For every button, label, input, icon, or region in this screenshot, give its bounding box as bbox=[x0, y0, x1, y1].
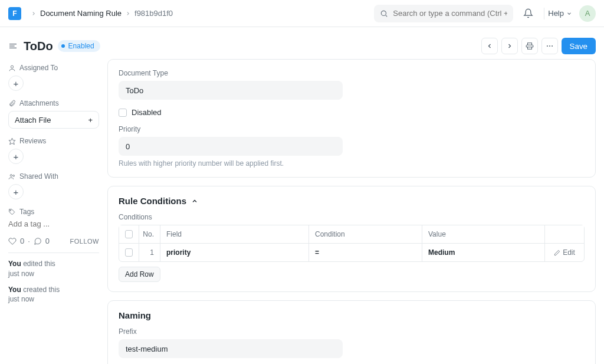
column-condition: Condition bbox=[309, 225, 422, 243]
svg-point-12 bbox=[10, 174, 12, 176]
conditions-card: Rule Conditions Conditions No. Field Con… bbox=[107, 186, 596, 292]
more-button[interactable] bbox=[541, 38, 558, 54]
chevron-down-icon bbox=[566, 11, 572, 17]
svg-point-10 bbox=[11, 65, 13, 68]
svg-line-1 bbox=[386, 15, 387, 16]
follow-button[interactable]: FOLLOW bbox=[70, 238, 99, 245]
svg-point-9 bbox=[552, 45, 553, 47]
select-all-checkbox[interactable] bbox=[125, 230, 133, 238]
users-icon bbox=[8, 173, 16, 181]
help-label: Help bbox=[548, 9, 564, 18]
tag-icon bbox=[8, 208, 16, 216]
next-button[interactable] bbox=[501, 38, 518, 54]
row-checkbox[interactable] bbox=[125, 248, 133, 257]
priority-label: Priority bbox=[119, 125, 585, 133]
pencil-icon bbox=[554, 250, 560, 256]
conditions-table: No. Field Condition Value 1 priority = M… bbox=[119, 225, 585, 262]
save-button[interactable]: Save bbox=[562, 38, 596, 54]
svg-point-13 bbox=[13, 175, 15, 176]
add-assignee-button[interactable]: + bbox=[8, 76, 24, 91]
search-icon bbox=[380, 9, 388, 18]
svg-point-14 bbox=[10, 209, 11, 211]
row-edit-button[interactable]: Edit bbox=[545, 244, 584, 261]
chevron-right-icon bbox=[31, 11, 37, 17]
row-condition[interactable]: = bbox=[309, 244, 422, 261]
conditions-title[interactable]: Rule Conditions bbox=[119, 196, 585, 206]
naming-title: Naming bbox=[119, 310, 585, 320]
star-icon bbox=[8, 137, 16, 145]
app-logo[interactable]: F bbox=[8, 7, 21, 20]
disabled-checkbox[interactable] bbox=[119, 109, 127, 117]
add-share-button[interactable]: + bbox=[8, 184, 24, 199]
doctype-label: Document Type bbox=[119, 69, 585, 77]
breadcrumb-parent[interactable]: Document Naming Rule bbox=[40, 9, 122, 18]
svg-marker-11 bbox=[9, 138, 15, 145]
tags-label: Tags bbox=[8, 208, 99, 216]
status-badge: Enabled bbox=[58, 40, 100, 52]
divider bbox=[544, 8, 544, 19]
avatar[interactable]: A bbox=[579, 5, 596, 22]
divider bbox=[8, 252, 99, 253]
prefix-label: Prefix bbox=[119, 327, 585, 336]
row-no: 1 bbox=[139, 244, 160, 261]
column-field: Field bbox=[160, 225, 309, 243]
svg-rect-5 bbox=[527, 43, 531, 45]
column-edit bbox=[545, 225, 584, 243]
user-icon bbox=[8, 64, 16, 72]
table-row[interactable]: 1 priority = Medium Edit bbox=[119, 244, 584, 261]
attachments-label: Attachments bbox=[8, 99, 99, 107]
notifications-button[interactable] bbox=[521, 8, 534, 18]
help-menu[interactable]: Help bbox=[548, 9, 572, 18]
priority-input[interactable] bbox=[119, 137, 343, 156]
svg-point-7 bbox=[547, 45, 548, 47]
row-value[interactable]: Medium bbox=[422, 244, 545, 261]
svg-point-8 bbox=[549, 45, 550, 47]
add-review-button[interactable]: + bbox=[8, 149, 24, 164]
shared-with-label: Shared With bbox=[8, 172, 99, 181]
plus-icon: + bbox=[88, 116, 93, 124]
timeline-item: You created this just now bbox=[8, 285, 99, 305]
prefix-input[interactable] bbox=[119, 339, 343, 358]
conditions-label: Conditions bbox=[119, 213, 585, 221]
sidebar: Assigned To + Attachments Attach File + … bbox=[0, 59, 107, 364]
comment-count: 0 bbox=[45, 237, 50, 245]
like-count: 0 bbox=[20, 237, 24, 245]
page-header: ToDo Enabled Save bbox=[0, 33, 604, 59]
search-input[interactable] bbox=[393, 9, 507, 18]
chevron-up-icon bbox=[191, 198, 198, 205]
column-no: No. bbox=[139, 225, 160, 243]
search-bar[interactable] bbox=[374, 5, 513, 22]
attach-file-button[interactable]: Attach File + bbox=[8, 111, 99, 129]
doctype-input[interactable] bbox=[119, 81, 343, 100]
heart-icon[interactable] bbox=[8, 237, 17, 245]
row-field[interactable]: priority bbox=[160, 244, 309, 261]
assigned-to-label: Assigned To bbox=[8, 64, 99, 72]
top-nav: F Document Naming Rule f981b9d1f0 Help A bbox=[0, 0, 604, 27]
column-value: Value bbox=[422, 225, 545, 243]
svg-point-0 bbox=[382, 11, 386, 15]
disabled-label: Disabled bbox=[132, 108, 162, 117]
naming-card: Naming Prefix Digits bbox=[107, 300, 596, 364]
page-title: ToDo bbox=[24, 40, 53, 53]
tag-input[interactable] bbox=[8, 219, 99, 228]
svg-rect-6 bbox=[527, 47, 531, 50]
paperclip-icon bbox=[8, 100, 16, 107]
timeline-item: You edited this just now bbox=[8, 259, 99, 279]
chevron-right-icon bbox=[125, 11, 131, 17]
basic-card: Document Type Disabled Priority Rules wi… bbox=[107, 59, 596, 178]
dot-separator: · bbox=[28, 237, 30, 245]
main-content: Document Type Disabled Priority Rules wi… bbox=[107, 59, 604, 364]
prev-button[interactable] bbox=[481, 38, 498, 54]
attach-file-label: Attach File bbox=[15, 116, 51, 124]
add-row-button[interactable]: Add Row bbox=[119, 267, 160, 282]
column-checkbox bbox=[119, 225, 139, 243]
print-button[interactable] bbox=[521, 38, 538, 54]
priority-help: Rules with higher priority number will b… bbox=[119, 159, 585, 168]
reviews-label: Reviews bbox=[8, 137, 99, 145]
breadcrumb-current: f981b9d1f0 bbox=[134, 9, 173, 18]
comment-icon[interactable] bbox=[34, 237, 42, 245]
menu-icon[interactable] bbox=[8, 41, 18, 51]
